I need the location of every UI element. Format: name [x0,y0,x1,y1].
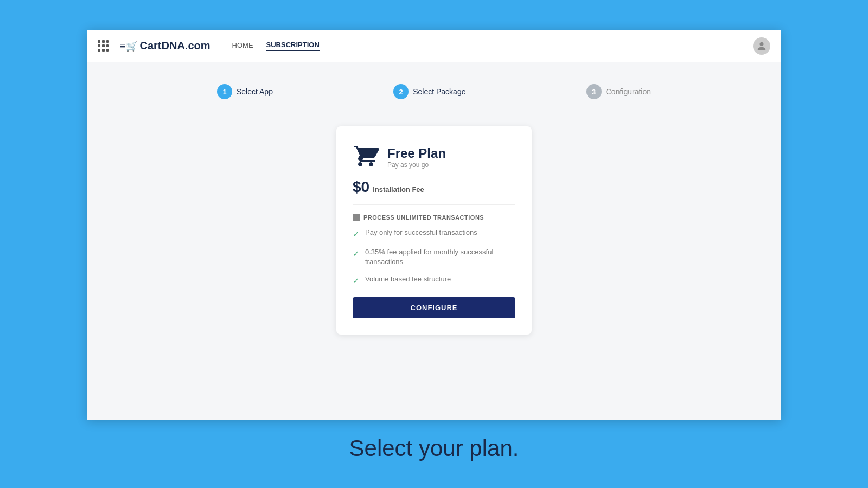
step-3: 3 Configuration [586,84,651,99]
logo-text: CartDNA.com [140,40,210,52]
feature-item-2: ✓ 0.35% fee applied for monthly successf… [353,247,515,267]
plan-price: $0 Installation Fee [353,178,515,196]
configure-button[interactable]: CONFIGURE [353,297,515,318]
grid-menu-icon[interactable] [98,40,109,52]
nav-home[interactable]: HOME [232,41,253,50]
plan-card: Free Plan Pay as you go $0 Installation … [336,126,532,335]
step-1: 1 Select App [217,84,273,99]
step-line-2 [474,92,578,92]
main-content: 1 Select App 2 Select Package 3 Configur… [87,62,781,420]
bottom-caption: Select your plan. [349,435,519,461]
user-avatar[interactable] [753,37,770,55]
feature-item-3: ✓ Volume based fee structure [353,274,515,286]
check-icon-3: ✓ [353,275,360,286]
step-3-circle: 3 [586,84,602,99]
stepper: 1 Select App 2 Select Package 3 Configur… [217,84,651,99]
nav-subscription[interactable]: SUBSCRIPTION [266,41,320,51]
check-icon-1: ✓ [353,228,360,240]
nav-links: HOME SUBSCRIPTION [232,41,320,51]
plan-features: ✓ Pay only for successful transactions ✓… [353,228,515,286]
plan-title: Free Plan [387,146,446,161]
plan-title-area: Free Plan Pay as you go [387,146,446,169]
step-3-label: Configuration [606,87,651,96]
browser-window: ≡🛒 CartDNA.com HOME SUBSCRIPTION 1 [87,30,781,420]
price-label: Installation Fee [373,185,424,194]
step-line-1 [281,92,385,92]
step-1-circle: 1 [217,84,232,99]
plan-subtitle: Pay as you go [387,161,446,169]
feature-item-1: ✓ Pay only for successful transactions [353,228,515,240]
navbar: ≡🛒 CartDNA.com HOME SUBSCRIPTION [87,30,781,62]
step-1-label: Select App [237,87,273,96]
tag-icon [353,214,360,221]
navbar-left: ≡🛒 CartDNA.com HOME SUBSCRIPTION [98,40,320,52]
plan-tag: PROCESS UNLIMITED TRANSACTIONS [353,214,515,221]
step-2: 2 Select Package [393,84,465,99]
navbar-right [753,37,770,55]
cart-icon [353,143,379,172]
price-amount: $0 [353,178,369,196]
plan-header: Free Plan Pay as you go [353,143,515,172]
check-icon-2: ✓ [353,248,360,259]
plan-divider [353,204,515,205]
logo: ≡🛒 CartDNA.com [120,40,210,52]
step-2-circle: 2 [393,84,409,99]
step-2-label: Select Package [413,87,465,96]
logo-icon: ≡🛒 [120,40,138,52]
